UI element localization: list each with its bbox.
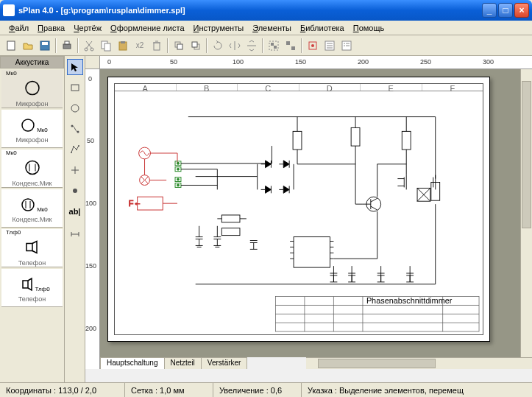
mirror-v-icon[interactable] [244,38,260,54]
svg-text:F←: F← [129,199,142,208]
svg-rect-85 [293,131,302,150]
svg-point-63 [177,168,180,170]
tool-circle[interactable] [67,100,83,116]
menu-bar: Файл Правка Чертёж Оформление листа Инст… [0,21,532,35]
sheet-tab[interactable]: Hauptschaltung [100,357,165,369]
new-file-icon[interactable] [3,38,19,54]
ungroup-icon[interactable] [283,38,299,54]
menu-edit[interactable]: Правка [33,22,69,34]
ruler-horizontal: 0 50 100 150 200 250 300 [100,56,532,69]
svg-point-26 [22,119,34,131]
svg-rect-18 [274,46,277,49]
tool-text[interactable]: ab| [67,203,83,219]
vertical-scrollbar[interactable] [520,69,532,357]
schematic-sheet: A B C D E F [107,77,490,342]
library-category-tab[interactable]: Аккустика [0,56,64,68]
minimize-button[interactable]: _ [482,3,497,18]
menu-drawing[interactable]: Чертёж [69,22,106,34]
maximize-button[interactable]: □ [498,3,513,18]
group-icon[interactable] [266,38,282,54]
menu-help[interactable]: Помощь [349,22,389,34]
library-item[interactable]: Мк0 Конденс.Мик [1,150,63,188]
tool-polygon[interactable] [67,141,83,158]
svg-rect-13 [177,44,182,49]
svg-point-61 [177,162,180,164]
menu-elements[interactable]: Элементы [248,22,296,34]
svg-rect-8 [104,43,110,51]
library-item[interactable]: Мк0 Конденс.Мик [1,189,63,228]
svg-point-38 [77,131,79,133]
drawing-canvas[interactable]: A B C D E F [100,69,520,357]
svg-rect-2 [42,42,48,45]
menu-library[interactable]: Библиотека [296,22,349,34]
rotate-icon[interactable] [210,38,226,54]
svg-rect-4 [65,41,69,44]
svg-point-42 [78,145,79,147]
svg-point-36 [71,105,79,112]
window-title: sPlan 4.0 - [g:\program\rusplan\dimmer.s… [18,6,482,15]
svg-rect-0 [7,41,15,50]
renumber-icon[interactable] [322,38,338,54]
status-bar: Координаты : 113,0 / 2,0 Сетка : 1,0 мм … [0,382,532,397]
svg-point-27 [26,161,39,175]
menu-tools[interactable]: Инструменты [189,22,249,34]
svg-rect-35 [71,85,79,91]
sheet-tab[interactable]: Netzteil [164,357,202,369]
library-item[interactable]: Мк0 Микрофон [1,70,63,108]
drawing-toolbox: ab| [65,56,85,382]
tool-line[interactable] [67,162,83,178]
svg-point-39 [71,152,72,153]
send-back-icon[interactable] [188,38,204,54]
app-icon [3,4,15,16]
print-icon[interactable] [59,38,75,54]
close-button[interactable]: × [514,3,529,18]
cut-icon[interactable] [81,38,97,54]
svg-line-129 [371,206,377,210]
delete-icon[interactable] [149,38,165,54]
toolbar-main: x2 [0,35,532,56]
tool-junction[interactable] [67,183,83,199]
svg-point-37 [71,125,73,127]
titleblock-title: Phasenabschnittdimmer [366,296,453,305]
svg-point-41 [76,149,77,150]
library-item[interactable]: Тлф0 Телефон [1,229,63,267]
library-item[interactable]: Мк0 Микрофон [1,110,63,148]
list-icon[interactable] [338,38,355,54]
tool-special[interactable] [67,121,83,137]
save-file-icon[interactable] [37,38,53,54]
status-zoom: Увеличение : 0,6 [213,383,302,397]
svg-point-40 [73,146,74,147]
svg-rect-19 [286,41,290,45]
ruler-vertical: 0 50 100 150 200 [85,69,100,369]
status-coords: Координаты : 113,0 / 2,0 [0,383,125,397]
tool-rect[interactable] [67,80,83,96]
svg-point-45 [73,189,77,193]
horizontal-scrollbar[interactable] [306,357,532,369]
tool-pointer[interactable] [67,59,83,75]
menu-sheet[interactable]: Оформление листа [106,22,188,34]
svg-rect-33 [26,244,32,251]
library-item[interactable]: Тлф0 Телефон [1,269,63,307]
open-file-icon[interactable] [20,38,36,54]
mirror-h-icon[interactable] [227,38,243,54]
sheet-tab[interactable]: Verstärker [201,357,248,369]
svg-line-128 [371,198,377,202]
bring-front-icon[interactable] [171,38,187,54]
duplicate-icon[interactable]: x2 [132,38,148,54]
svg-rect-87 [221,215,240,222]
copy-icon[interactable] [98,38,114,54]
svg-point-30 [22,199,34,211]
svg-rect-91 [351,127,360,146]
tool-measure[interactable] [67,224,83,240]
svg-rect-92 [402,131,411,150]
menu-file[interactable]: Файл [4,22,33,34]
library-panel: Аккустика Мк0 Микрофон Мк0 Микрофон Мк0 … [0,56,65,382]
snap-icon[interactable] [305,38,321,54]
status-grid: Сетка : 1,0 мм [125,383,213,397]
svg-point-67 [177,184,180,186]
svg-rect-131 [294,237,330,267]
canvas-area: 0 50 100 150 200 250 300 0 50 100 150 20… [85,56,532,382]
ruler-corner [85,56,100,69]
svg-rect-20 [291,46,295,50]
paste-icon[interactable] [115,38,131,54]
